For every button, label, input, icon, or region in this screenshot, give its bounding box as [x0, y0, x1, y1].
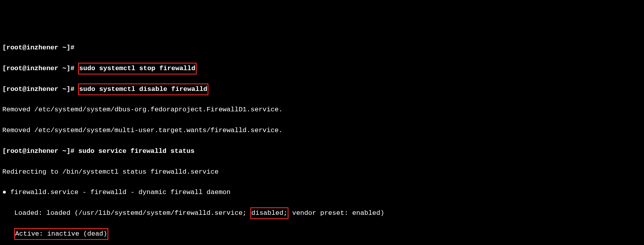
highlighted-command: sudo systemctl disable firewalld: [78, 83, 208, 95]
service-header: ● firewalld.service - firewalld - dynami…: [2, 187, 642, 198]
terminal-output: Redirecting to /bin/systemctl status fir…: [2, 167, 642, 177]
highlighted-command: sudo systemctl stop firewalld: [78, 63, 197, 74]
terminal-window[interactable]: { "prompt_empty": "[root@inzhener ~]# ",…: [0, 0, 644, 245]
active-line: Active: inactive (dead): [2, 229, 642, 239]
loaded-line: Loaded: loaded (/usr/lib/systemd/system/…: [2, 208, 642, 218]
highlighted-disabled: disabled;: [250, 207, 289, 219]
terminal-output: Removed /etc/systemd/system/multi-user.t…: [2, 125, 642, 136]
terminal-output: Removed /etc/systemd/system/dbus-org.fed…: [2, 105, 642, 115]
terminal-line: [root@inzhener ~]# sudo systemctl disabl…: [2, 84, 642, 94]
terminal-line: [root@inzhener ~]# sudo service firewall…: [2, 146, 642, 156]
prompt: [root@inzhener ~]#: [2, 44, 78, 51]
prompt: [root@inzhener ~]#: [2, 65, 78, 72]
terminal-line: [root@inzhener ~]# sudo systemctl stop f…: [2, 64, 642, 74]
highlighted-active: Active: inactive (dead): [14, 228, 109, 240]
active-pre: [2, 230, 15, 238]
loaded-post: vendor preset: enabled): [288, 209, 384, 217]
terminal-line: [root@inzhener ~]#: [2, 43, 642, 53]
loaded-pre: Loaded: loaded (/usr/lib/systemd/system/…: [2, 209, 251, 217]
prompt: [root@inzhener ~]#: [2, 147, 78, 155]
prompt: [root@inzhener ~]#: [2, 85, 78, 93]
command: sudo service firewalld status: [78, 147, 195, 155]
